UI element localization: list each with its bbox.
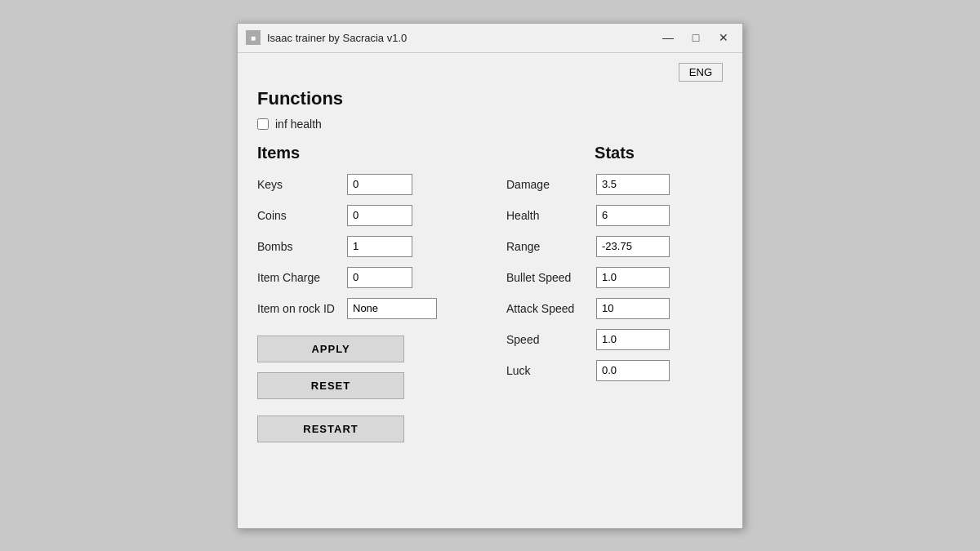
minimize-button[interactable]: — bbox=[657, 29, 679, 46]
window-controls: — □ ✕ bbox=[657, 29, 734, 46]
main-content: ENG Functions inf health Items Keys Coin… bbox=[238, 53, 742, 528]
luck-input[interactable] bbox=[596, 360, 670, 381]
range-label: Range bbox=[506, 240, 596, 253]
reset-button[interactable]: RESET bbox=[257, 372, 404, 399]
health-row: Health bbox=[506, 205, 723, 226]
luck-row: Luck bbox=[506, 360, 723, 381]
range-input[interactable] bbox=[596, 236, 670, 257]
damage-label: Damage bbox=[506, 178, 596, 191]
lang-section: ENG bbox=[257, 63, 723, 82]
restart-section: RESTART bbox=[257, 415, 474, 442]
language-button[interactable]: ENG bbox=[679, 63, 723, 82]
health-label: Health bbox=[506, 209, 596, 222]
action-buttons: APPLY RESET bbox=[257, 335, 474, 399]
bombs-row: Bombs bbox=[257, 236, 474, 257]
app-window: ■ Isaac trainer by Sacracia v1.0 — □ ✕ E… bbox=[237, 23, 743, 529]
close-button[interactable]: ✕ bbox=[713, 29, 734, 46]
luck-label: Luck bbox=[506, 364, 596, 377]
keys-row: Keys bbox=[257, 174, 474, 195]
keys-input[interactable] bbox=[347, 174, 412, 195]
coins-row: Coins bbox=[257, 205, 474, 226]
items-title: Items bbox=[257, 144, 474, 162]
app-icon: ■ bbox=[246, 30, 261, 45]
restart-button[interactable]: RESTART bbox=[257, 415, 404, 442]
damage-input[interactable] bbox=[596, 174, 670, 195]
maximize-button[interactable]: □ bbox=[685, 29, 706, 46]
bullet-speed-row: Bullet Speed bbox=[506, 267, 723, 288]
keys-label: Keys bbox=[257, 178, 347, 191]
speed-row: Speed bbox=[506, 329, 723, 350]
inf-health-checkbox[interactable] bbox=[257, 118, 269, 130]
speed-input[interactable] bbox=[596, 329, 670, 350]
range-row: Range bbox=[506, 236, 723, 257]
item-rock-row: Item on rock ID bbox=[257, 298, 474, 319]
item-rock-label: Item on rock ID bbox=[257, 302, 347, 315]
bombs-input[interactable] bbox=[347, 236, 412, 257]
speed-label: Speed bbox=[506, 333, 596, 346]
item-rock-input[interactable] bbox=[347, 298, 437, 319]
damage-row: Damage bbox=[506, 174, 723, 195]
item-charge-label: Item Charge bbox=[257, 271, 347, 284]
titlebar: ■ Isaac trainer by Sacracia v1.0 — □ ✕ bbox=[238, 24, 742, 53]
stats-title: Stats bbox=[506, 144, 723, 162]
item-charge-row: Item Charge bbox=[257, 267, 474, 288]
functions-title: Functions bbox=[257, 88, 723, 109]
attack-speed-label: Attack Speed bbox=[506, 302, 596, 315]
stats-section: Stats Damage Health Range bbox=[506, 144, 723, 442]
coins-label: Coins bbox=[257, 209, 347, 222]
items-stats-section: Items Keys Coins Bombs I bbox=[257, 144, 723, 442]
inf-health-row: inf health bbox=[257, 118, 723, 131]
apply-button[interactable]: APPLY bbox=[257, 335, 404, 362]
bombs-label: Bombs bbox=[257, 240, 347, 253]
items-section: Items Keys Coins Bombs I bbox=[257, 144, 474, 442]
inf-health-label: inf health bbox=[275, 118, 322, 131]
bullet-speed-label: Bullet Speed bbox=[506, 271, 596, 284]
attack-speed-input[interactable] bbox=[596, 298, 670, 319]
attack-speed-row: Attack Speed bbox=[506, 298, 723, 319]
item-charge-input[interactable] bbox=[347, 267, 412, 288]
bullet-speed-input[interactable] bbox=[596, 267, 670, 288]
window-title: Isaac trainer by Sacracia v1.0 bbox=[267, 32, 657, 44]
coins-input[interactable] bbox=[347, 205, 412, 226]
health-input[interactable] bbox=[596, 205, 670, 226]
